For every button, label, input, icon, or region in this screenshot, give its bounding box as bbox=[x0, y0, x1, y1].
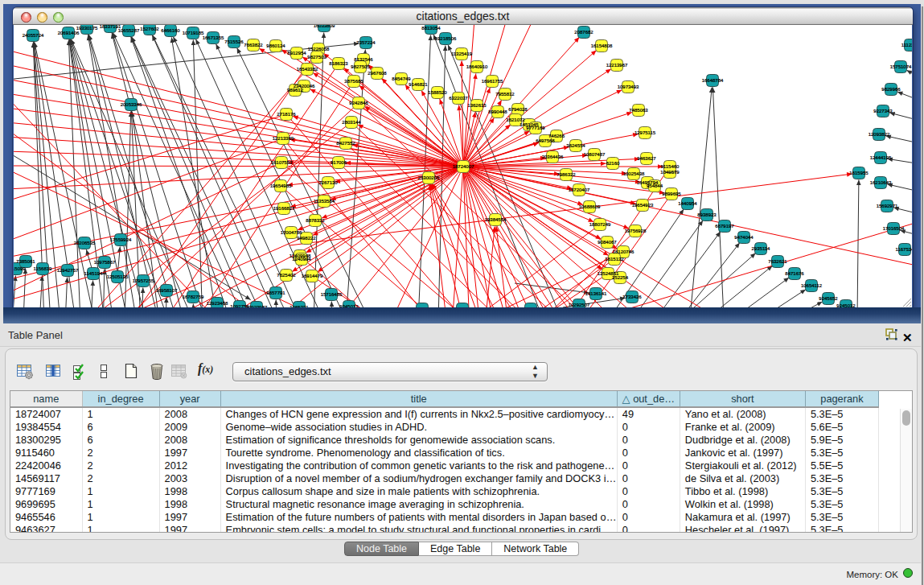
svg-text:10655287: 10655287 bbox=[118, 28, 140, 33]
svg-text:17559924: 17559924 bbox=[110, 237, 132, 242]
svg-text:16210643: 16210643 bbox=[870, 180, 892, 185]
svg-text:10807487: 10807487 bbox=[584, 152, 606, 157]
svg-text:19756928: 19756928 bbox=[625, 229, 647, 233]
svg-text:19654985: 19654985 bbox=[270, 183, 292, 188]
svg-text:1527602: 1527602 bbox=[140, 27, 159, 31]
svg-text:3267130: 3267130 bbox=[318, 180, 338, 185]
svg-text:17957255: 17957255 bbox=[133, 278, 154, 283]
svg-text:9899695: 9899695 bbox=[662, 192, 681, 196]
svg-text:2967608: 2967608 bbox=[368, 71, 387, 76]
svg-text:9777169: 9777169 bbox=[526, 126, 545, 130]
svg-text:8878332: 8878332 bbox=[306, 218, 325, 223]
svg-text:8990448: 8990448 bbox=[488, 109, 507, 114]
svg-text:20206535: 20206535 bbox=[74, 241, 96, 245]
svg-text:16107553: 16107553 bbox=[271, 160, 293, 165]
svg-text:2803144: 2803144 bbox=[342, 120, 361, 125]
svg-text:10688609: 10688609 bbox=[579, 204, 601, 209]
svg-text:9657791: 9657791 bbox=[266, 290, 285, 295]
svg-text:11353584: 11353584 bbox=[314, 199, 335, 204]
svg-text:7625402: 7625402 bbox=[277, 273, 296, 278]
svg-text:12093822: 12093822 bbox=[869, 132, 890, 137]
svg-text:20691406: 20691406 bbox=[58, 31, 80, 35]
svg-text:7663822: 7663822 bbox=[244, 43, 263, 47]
svg-text:19654923: 19654923 bbox=[632, 203, 654, 208]
svg-text:11325419: 11325419 bbox=[451, 51, 473, 56]
svg-text:17004786: 17004786 bbox=[281, 230, 302, 235]
svg-text:1588520: 1588520 bbox=[428, 90, 447, 95]
svg-text:3875685: 3875685 bbox=[344, 79, 363, 84]
svg-text:8427552: 8427552 bbox=[336, 141, 355, 146]
svg-text:7986322: 7986322 bbox=[556, 172, 576, 177]
svg-text:18724007: 18724007 bbox=[453, 164, 474, 169]
svg-text:16120746: 16120746 bbox=[613, 249, 634, 254]
svg-text:19384554: 19384554 bbox=[485, 217, 507, 222]
svg-text:8813054: 8813054 bbox=[421, 26, 441, 31]
svg-text:14136141: 14136141 bbox=[585, 291, 607, 296]
svg-text:15692971: 15692971 bbox=[877, 204, 898, 208]
svg-text:7357224: 7357224 bbox=[356, 40, 376, 45]
svg-text:9227343: 9227343 bbox=[873, 109, 893, 113]
svg-text:7632621: 7632621 bbox=[768, 259, 787, 264]
svg-text:1615132: 1615132 bbox=[605, 257, 624, 262]
svg-text:9463627: 9463627 bbox=[637, 156, 656, 161]
svg-text:954844: 954844 bbox=[647, 183, 663, 188]
svg-text:24055724: 24055724 bbox=[23, 33, 44, 38]
svg-text:8938923: 8938923 bbox=[697, 212, 717, 217]
svg-text:9146821: 9146821 bbox=[409, 82, 428, 87]
svg-text:19166827: 19166827 bbox=[273, 206, 295, 211]
svg-text:16154808: 16154808 bbox=[591, 43, 613, 48]
svg-text:25300205: 25300205 bbox=[418, 175, 440, 180]
svg-text:17016504: 17016504 bbox=[883, 226, 905, 231]
svg-text:12505135: 12505135 bbox=[107, 274, 129, 279]
svg-text:1733426: 1733426 bbox=[622, 295, 642, 299]
svg-text:15716485: 15716485 bbox=[321, 292, 343, 297]
svg-text:6466160: 6466160 bbox=[161, 28, 180, 33]
svg-text:16958107: 16958107 bbox=[156, 288, 178, 293]
svg-text:15226058: 15226058 bbox=[308, 47, 330, 51]
svg-text:9498222: 9498222 bbox=[297, 236, 316, 241]
svg-text:9474044: 9474044 bbox=[734, 235, 754, 240]
svg-text:16914479: 16914479 bbox=[302, 274, 323, 278]
svg-text:8471676: 8471676 bbox=[785, 271, 804, 276]
svg-text:10025438: 10025438 bbox=[623, 171, 645, 176]
svg-text:9827505: 9827505 bbox=[351, 64, 370, 69]
svg-text:12975115: 12975115 bbox=[634, 130, 656, 135]
svg-text:1167534: 1167534 bbox=[896, 247, 912, 252]
svg-text:252254: 252254 bbox=[612, 275, 629, 280]
svg-text:1145194: 1145194 bbox=[84, 271, 104, 276]
svg-text:16543382: 16543382 bbox=[297, 67, 318, 72]
svg-text:3915099: 3915099 bbox=[14, 266, 26, 271]
svg-text:10975867: 10975867 bbox=[94, 260, 116, 265]
svg-text:18807249: 18807249 bbox=[589, 222, 611, 227]
svg-text:62160: 62160 bbox=[606, 161, 620, 166]
svg-text:989612: 989612 bbox=[287, 88, 304, 93]
svg-text:3624554: 3624554 bbox=[566, 143, 585, 148]
svg-text:917006: 917006 bbox=[331, 160, 347, 165]
svg-text:20364436: 20364436 bbox=[542, 154, 564, 159]
svg-text:1615955: 1615955 bbox=[849, 171, 869, 175]
svg-text:1049579: 1049579 bbox=[660, 170, 680, 175]
svg-text:10973493: 10973493 bbox=[618, 84, 639, 89]
svg-text:9827503: 9827503 bbox=[307, 55, 326, 60]
svg-text:6679197: 6679197 bbox=[715, 224, 734, 229]
svg-text:6322037: 6322037 bbox=[449, 96, 468, 101]
svg-text:2087682: 2087682 bbox=[574, 30, 593, 35]
svg-text:12942757: 12942757 bbox=[57, 268, 79, 273]
svg-text:10719185: 10719185 bbox=[183, 31, 204, 35]
svg-text:2718176: 2718176 bbox=[277, 112, 296, 117]
svg-text:15720407: 15720407 bbox=[569, 187, 590, 192]
svg-text:7385061: 7385061 bbox=[16, 259, 35, 264]
svg-text:1362615: 1362615 bbox=[467, 103, 487, 108]
svg-text:9084067: 9084067 bbox=[598, 240, 617, 245]
svg-text:16648784: 16648784 bbox=[702, 78, 724, 83]
svg-text:7955812: 7955812 bbox=[495, 92, 515, 97]
svg-text:1112228: 1112228 bbox=[901, 43, 912, 47]
svg-text:7485063: 7485063 bbox=[629, 108, 648, 113]
svg-text:16671355: 16671355 bbox=[203, 35, 224, 40]
svg-text:12444195: 12444195 bbox=[870, 155, 892, 160]
svg-text:9115460: 9115460 bbox=[661, 164, 680, 169]
svg-text:9245652: 9245652 bbox=[819, 296, 838, 301]
svg-text:1440954: 1440954 bbox=[678, 201, 697, 206]
svg-text:1156819: 1156819 bbox=[34, 266, 53, 271]
svg-text:15751074: 15751074 bbox=[890, 64, 912, 69]
